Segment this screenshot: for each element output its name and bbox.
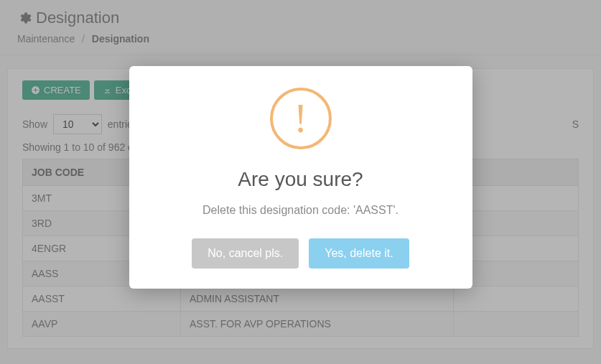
cancel-button[interactable]: No, cancel pls. [192,238,299,269]
warning-icon: ! [270,88,332,149]
confirm-delete-button[interactable]: Yes, delete it. [309,238,409,269]
modal-message: Delete this designation code: 'AASST'. [151,204,451,217]
confirm-modal: ! Are you sure? Delete this designation … [129,66,472,289]
exclamation-icon: ! [294,98,307,139]
modal-title: Are you sure? [151,168,451,191]
modal-actions: No, cancel pls. Yes, delete it. [151,238,451,269]
modal-overlay[interactable]: ! Are you sure? Delete this designation … [0,0,601,364]
